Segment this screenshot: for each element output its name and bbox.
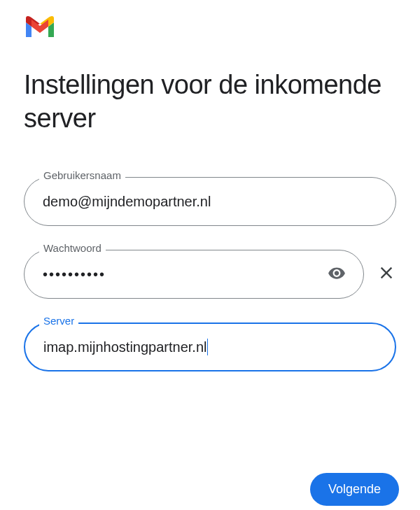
text-cursor bbox=[207, 339, 208, 355]
eye-icon bbox=[328, 264, 346, 285]
clear-password-button[interactable] bbox=[377, 263, 396, 285]
password-field-wrap: Wachtwoord bbox=[24, 250, 396, 299]
username-input[interactable] bbox=[24, 177, 396, 226]
server-value: imap.mijnhostingpartner.nl bbox=[43, 339, 206, 355]
username-label: Gebruikersnaam bbox=[39, 169, 125, 181]
password-input[interactable] bbox=[24, 250, 364, 299]
page-title: Instellingen voor de inkomende server bbox=[24, 69, 420, 135]
password-label: Wachtwoord bbox=[39, 242, 106, 254]
form-container: Gebruikersnaam Wachtwoord bbox=[24, 177, 396, 371]
username-field-wrap: Gebruikersnaam bbox=[24, 177, 396, 226]
next-button[interactable]: Volgende bbox=[310, 473, 399, 506]
show-password-button[interactable] bbox=[325, 262, 349, 288]
server-label: Server bbox=[39, 315, 78, 327]
gmail-logo bbox=[24, 15, 420, 42]
close-icon bbox=[379, 263, 394, 285]
footer: Volgende bbox=[310, 473, 399, 506]
server-field-wrap: Server imap.mijnhostingpartner.nl bbox=[24, 323, 396, 371]
server-input[interactable]: imap.mijnhostingpartner.nl bbox=[24, 323, 396, 371]
